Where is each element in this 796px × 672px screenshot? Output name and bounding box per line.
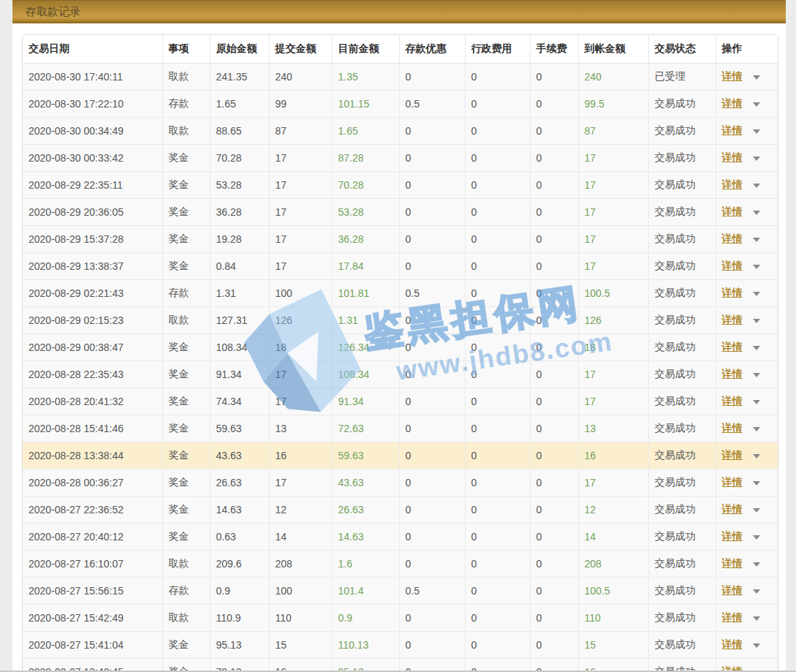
details-link[interactable]: 详情 — [722, 422, 743, 434]
cell-date: 2020-08-28 22:35:43 — [23, 361, 162, 388]
details-link[interactable]: 详情 — [722, 314, 743, 325]
cell-submitted: 126 — [269, 307, 332, 334]
cell-current: 1.35 — [332, 64, 399, 91]
details-link[interactable]: 详情 — [722, 287, 743, 298]
details-link[interactable]: 详情 — [722, 368, 743, 380]
cell-action: 详情 — [716, 118, 778, 145]
cell-fee: 0 — [530, 578, 578, 605]
cell-current: 91.34 — [332, 388, 399, 415]
cell-fee: 0 — [530, 388, 578, 415]
cell-type: 奖金 — [162, 469, 210, 497]
details-link[interactable]: 详情 — [722, 233, 743, 244]
cell-original: 95.13 — [210, 632, 269, 659]
details-link[interactable]: 详情 — [722, 638, 743, 650]
details-link[interactable]: 详情 — [722, 178, 743, 190]
cell-received: 17 — [578, 253, 648, 280]
column-header-admin_fee: 行政费用 — [465, 35, 530, 64]
cell-received: 87 — [578, 118, 648, 145]
cell-submitted: 17 — [269, 361, 332, 388]
table-row: 2020-08-29 22:35:11奖金53.281770.2800017交易… — [23, 172, 778, 199]
cell-bonus: 0 — [399, 118, 465, 145]
details-link[interactable]: 详情 — [722, 70, 743, 82]
cell-fee: 0 — [530, 253, 578, 280]
cell-action: 详情 — [716, 632, 778, 659]
chevron-down-icon[interactable] — [753, 156, 760, 161]
cell-date: 2020-08-29 15:37:28 — [23, 226, 162, 253]
cell-type: 奖金 — [162, 497, 210, 524]
chevron-down-icon[interactable] — [753, 238, 760, 242]
chevron-down-icon[interactable] — [753, 589, 760, 594]
cell-current: 26.63 — [332, 497, 399, 524]
cell-original: 1.31 — [210, 280, 269, 307]
cell-fee: 0 — [530, 551, 578, 578]
chevron-down-icon[interactable] — [753, 616, 760, 621]
details-link[interactable]: 详情 — [722, 341, 743, 352]
chevron-down-icon[interactable] — [753, 373, 760, 377]
chevron-down-icon[interactable] — [753, 319, 760, 323]
cell-current: 110.13 — [332, 632, 399, 659]
cell-current: 0.9 — [332, 605, 399, 632]
table-row: 2020-08-28 15:41:46奖金59.631372.6300013交易… — [23, 415, 778, 442]
cell-type: 存款 — [162, 91, 210, 118]
chevron-down-icon[interactable] — [753, 211, 760, 215]
details-link[interactable]: 详情 — [722, 584, 743, 596]
table-row: 2020-08-27 22:36:52奖金14.631226.6300012交易… — [23, 497, 778, 524]
cell-submitted: 17 — [269, 226, 332, 253]
details-link[interactable]: 详情 — [722, 124, 743, 136]
chevron-down-icon[interactable] — [753, 508, 760, 513]
chevron-down-icon[interactable] — [753, 643, 760, 648]
cell-type: 奖金 — [162, 199, 210, 226]
cell-type: 奖金 — [162, 388, 210, 415]
table-row: 2020-08-27 15:56:15存款0.9100101.40.500100… — [23, 578, 778, 605]
page-title: 存取款记录 — [12, 0, 80, 23]
cell-action: 详情 — [716, 415, 778, 442]
cell-date: 2020-08-27 15:56:15 — [23, 578, 162, 605]
table-header: 交易日期事项原始金额提交金额目前金额存款优惠行政费用手续费到帐金额交易状态操作 — [23, 35, 778, 64]
cell-action: 详情 — [716, 145, 778, 172]
table-row: 2020-08-28 20:41:32奖金74.341791.3400017交易… — [23, 388, 778, 415]
chevron-down-icon[interactable] — [753, 265, 760, 269]
details-link[interactable]: 详情 — [722, 260, 743, 271]
chevron-down-icon[interactable] — [753, 102, 760, 107]
details-link[interactable]: 详情 — [722, 205, 743, 217]
cell-status: 交易成功 — [648, 469, 716, 497]
cell-current: 101.15 — [332, 91, 399, 118]
cell-status: 交易成功 — [648, 361, 716, 388]
cell-received: 126 — [578, 307, 648, 334]
cell-original: 74.34 — [210, 388, 269, 415]
details-link[interactable]: 详情 — [722, 395, 743, 407]
details-link[interactable]: 详情 — [722, 503, 743, 515]
cell-received: 240 — [578, 64, 648, 91]
cell-admin_fee: 0 — [465, 578, 530, 605]
chevron-down-icon[interactable] — [753, 535, 760, 540]
cell-action: 详情 — [716, 91, 778, 118]
cell-date: 2020-08-30 00:33:42 — [23, 145, 162, 172]
details-link[interactable]: 详情 — [722, 557, 743, 569]
cell-admin_fee: 0 — [465, 442, 530, 469]
details-link[interactable]: 详情 — [722, 449, 743, 461]
cell-received: 17 — [578, 199, 648, 226]
chevron-down-icon[interactable] — [753, 454, 760, 458]
cell-original: 209.6 — [210, 551, 269, 578]
chevron-down-icon[interactable] — [753, 75, 760, 80]
cell-submitted: 13 — [269, 415, 332, 442]
details-link[interactable]: 详情 — [722, 530, 743, 542]
details-link[interactable]: 详情 — [722, 476, 743, 488]
cell-received: 12 — [578, 497, 648, 524]
chevron-down-icon[interactable] — [753, 400, 760, 404]
cell-admin_fee: 0 — [465, 632, 530, 659]
cell-status: 交易成功 — [648, 145, 716, 172]
chevron-down-icon[interactable] — [753, 481, 760, 486]
chevron-down-icon[interactable] — [753, 292, 760, 296]
details-link[interactable]: 详情 — [722, 611, 743, 623]
cell-action: 详情 — [716, 524, 778, 551]
chevron-down-icon[interactable] — [753, 129, 760, 134]
cell-admin_fee: 0 — [465, 118, 530, 145]
chevron-down-icon[interactable] — [753, 346, 760, 350]
chevron-down-icon[interactable] — [753, 562, 760, 567]
details-link[interactable]: 详情 — [722, 97, 743, 109]
details-link[interactable]: 详情 — [722, 151, 743, 163]
chevron-down-icon[interactable] — [753, 184, 760, 188]
table-row: 2020-08-30 00:33:42奖金70.281787.2800017交易… — [23, 145, 778, 172]
chevron-down-icon[interactable] — [753, 427, 760, 431]
